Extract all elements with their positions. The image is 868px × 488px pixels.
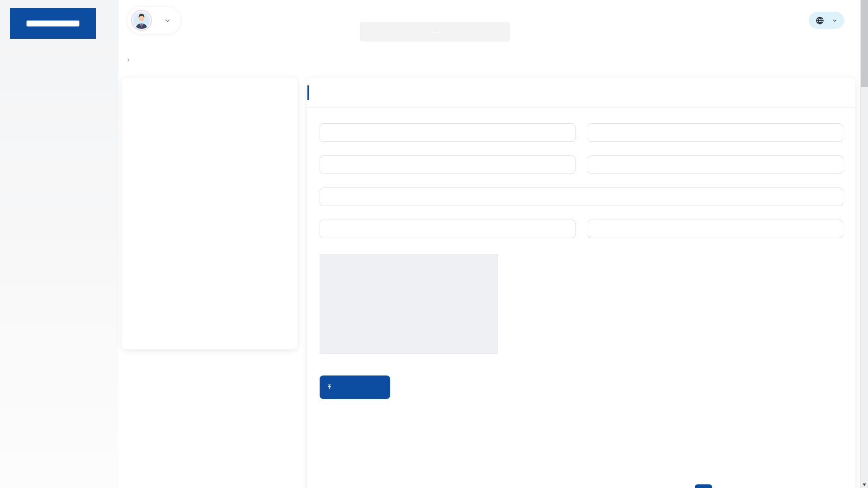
offer-text-input[interactable] [320,123,576,142]
fullscreen-toast [360,22,510,42]
language-selector[interactable] [809,12,844,29]
sidebar [0,0,118,488]
scrollbar-thumb[interactable] [861,0,868,87]
brand-logo[interactable] [10,8,96,39]
title-small-input[interactable] [588,123,844,142]
fullscreen-toast-key [433,31,440,33]
field-title-main [320,151,576,174]
landing-sections-menu [122,78,297,349]
section-accent-bar [307,85,309,100]
field-description [320,183,843,206]
vertical-scrollbar[interactable] [860,0,868,488]
description-input[interactable] [320,188,843,206]
home-section-form-card [307,78,855,488]
banner-image-preview [320,254,498,354]
field-offer-text [320,119,576,142]
buy-link-input[interactable] [588,220,844,238]
user-menu-button[interactable] [127,7,180,34]
brand-logo-art [10,8,96,39]
submit-button-partially-visible[interactable] [695,484,712,488]
field-title-small [588,119,844,142]
app-window [0,0,868,488]
chevron-right-icon [126,58,131,62]
form-card-body [307,108,855,399]
globe-icon [816,16,824,25]
field-approved-by [588,151,844,174]
field-buy-link [588,216,844,238]
chevron-down-icon [832,18,837,23]
form-card-header [307,78,855,108]
field-demo-link [320,216,576,238]
demo-link-input[interactable] [320,220,576,238]
title-main-input[interactable] [320,155,576,174]
upload-icon [326,384,333,391]
approved-by-input[interactable] [588,155,844,174]
chevron-down-icon [165,18,170,23]
choose-file-button[interactable] [320,375,390,399]
breadcrumb [122,58,135,62]
avatar [131,10,152,31]
scrollbar-down-arrow-icon[interactable] [863,483,866,486]
